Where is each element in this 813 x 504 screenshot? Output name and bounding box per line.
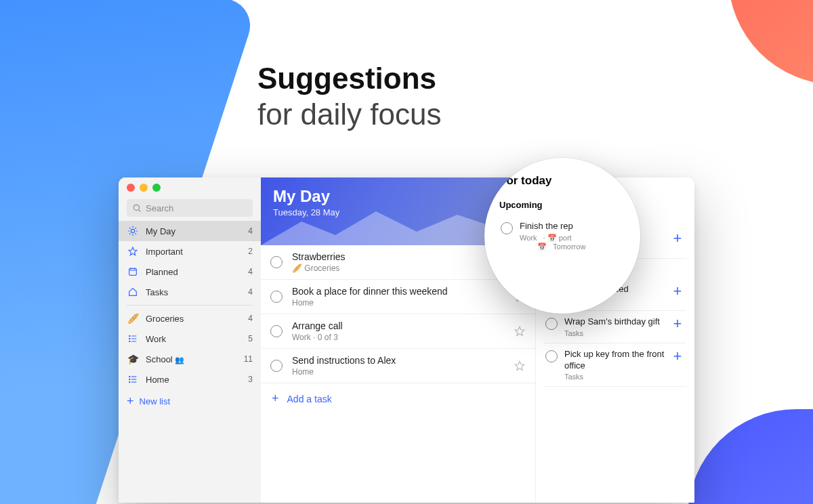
svg-point-2 — [131, 229, 134, 232]
svg-marker-37 — [515, 327, 524, 335]
sidebar-item-label: Work — [146, 334, 166, 344]
star-icon[interactable] — [514, 325, 526, 337]
svg-marker-38 — [515, 361, 524, 370]
add-suggestion-button[interactable]: + — [670, 231, 685, 246]
sidebar-item-tasks[interactable]: Tasks 4 — [119, 282, 261, 302]
task-meta: Home — [292, 298, 514, 308]
sidebar-item-work[interactable]: Work 5 — [119, 329, 261, 349]
sidebar-item-label: Home — [146, 375, 169, 385]
svg-line-10 — [136, 228, 136, 228]
list-icon — [127, 333, 139, 344]
add-task-button[interactable]: + Add a task — [261, 383, 535, 414]
home-icon — [127, 287, 139, 297]
task-radio[interactable] — [270, 256, 283, 268]
lens-section: Upcoming — [499, 200, 625, 210]
sidebar-item-school[interactable]: 🎓 School 👥 11 — [119, 349, 261, 369]
task-title: Send instructions to Alex — [292, 355, 514, 366]
list-date: Tuesday, 28 May — [273, 207, 523, 217]
task-row[interactable]: Book a place for dinner this weekend Hom… — [261, 280, 535, 314]
suggestion-title: Wrap Sam's birthday gift — [564, 316, 670, 328]
sidebar-item-label: School 👥 — [146, 354, 184, 364]
task-title: Book a place for dinner this weekend — [292, 286, 514, 297]
suggestion-row[interactable]: Pick up key from the front office Tasks … — [544, 343, 686, 387]
search-input[interactable]: Search — [127, 199, 253, 217]
star-icon — [127, 246, 139, 257]
svg-point-25 — [129, 376, 130, 377]
task-row[interactable]: Arrange call Work · 0 of 3 — [261, 314, 535, 349]
sidebar-item-count: 4 — [248, 267, 253, 276]
close-button[interactable] — [127, 184, 135, 192]
svg-line-7 — [129, 228, 130, 228]
task-meta: Work · 0 of 3 — [292, 333, 514, 342]
task-title: Arrange call — [292, 320, 514, 331]
task-radio[interactable] — [545, 350, 558, 362]
magnifier-lens: For today Upcoming Finish the rep Work ·… — [484, 158, 640, 314]
task-radio[interactable] — [270, 291, 283, 303]
task-radio[interactable] — [270, 360, 283, 372]
add-suggestion-button[interactable]: + — [670, 349, 685, 364]
sidebar: Search My Day 4 Important 2 Planned 4 Ta… — [119, 177, 261, 503]
sidebar-item-count: 11 — [244, 354, 253, 364]
decor-red-right — [728, 0, 813, 85]
add-suggestion-button[interactable]: + — [670, 284, 685, 299]
sidebar-item-label: Groceries — [146, 314, 184, 324]
svg-marker-11 — [129, 247, 137, 255]
calendar-icon — [127, 266, 139, 277]
sidebar-item-count: 4 — [248, 226, 253, 236]
window-controls — [119, 177, 261, 198]
suggestion-meta: Tasks — [564, 373, 670, 381]
task-meta: 🥖 Groceries — [292, 264, 514, 273]
lens-title: For today — [499, 174, 625, 188]
svg-line-9 — [129, 234, 130, 234]
task-title: Strawberries — [292, 251, 514, 262]
sidebar-item-count: 5 — [248, 334, 253, 343]
task-meta: Home — [292, 367, 514, 377]
lens-item: Finish the rep Work · 📅 port 📅 Tomorrow — [499, 215, 625, 257]
list-icon: 🎓 — [127, 354, 139, 364]
svg-line-8 — [136, 234, 136, 234]
sidebar-item-label: Planned — [146, 267, 178, 277]
add-suggestion-button[interactable]: + — [670, 316, 685, 331]
list-icon: 🥖 — [127, 313, 139, 324]
search-icon — [132, 203, 142, 213]
sidebar-item-my day[interactable]: My Day 4 — [119, 221, 261, 241]
plus-icon: + — [127, 395, 134, 407]
sidebar-item-count: 2 — [248, 247, 253, 256]
sidebar-item-label: Tasks — [146, 287, 168, 297]
suggestion-meta: Tasks — [564, 329, 670, 337]
plus-icon: + — [272, 392, 279, 406]
sidebar-item-planned[interactable]: Planned 4 — [119, 261, 261, 282]
sun-icon — [127, 226, 139, 236]
sidebar-item-important[interactable]: Important 2 — [119, 241, 261, 261]
task-radio[interactable] — [501, 222, 513, 234]
task-row[interactable]: Send instructions to Alex Home — [261, 349, 535, 383]
sidebar-item-label: Important — [146, 247, 183, 257]
minimize-button[interactable] — [140, 184, 148, 192]
svg-point-27 — [129, 381, 130, 382]
svg-point-19 — [129, 335, 130, 336]
sidebar-item-count: 3 — [248, 375, 253, 384]
svg-point-0 — [133, 205, 139, 210]
svg-point-21 — [129, 341, 130, 341]
decor-blue-br — [688, 409, 813, 504]
new-list-button[interactable]: + New list — [119, 390, 261, 413]
suggestion-title: Pick up key from the front office — [564, 349, 670, 372]
shared-icon: 👥 — [175, 356, 184, 364]
sidebar-item-groceries[interactable]: 🥖 Groceries 4 — [119, 308, 261, 329]
zoom-button[interactable] — [152, 184, 161, 192]
svg-point-26 — [129, 379, 130, 379]
suggestion-row[interactable]: Wrap Sam's birthday gift Tasks + — [544, 311, 686, 343]
svg-line-1 — [139, 210, 141, 212]
task-radio[interactable] — [545, 318, 558, 330]
marketing-headline: Suggestions for daily focus — [257, 61, 441, 133]
sidebar-item-label: My Day — [146, 226, 175, 236]
sidebar-item-count: 4 — [248, 314, 253, 323]
list-title: My Day — [273, 187, 523, 206]
sidebar-divider — [127, 305, 253, 306]
task-radio[interactable] — [270, 325, 283, 337]
sidebar-item-count: 4 — [248, 287, 253, 297]
svg-point-20 — [129, 338, 130, 339]
list-icon — [127, 374, 139, 385]
sidebar-item-home[interactable]: Home 3 — [119, 369, 261, 390]
star-icon[interactable] — [514, 360, 526, 372]
